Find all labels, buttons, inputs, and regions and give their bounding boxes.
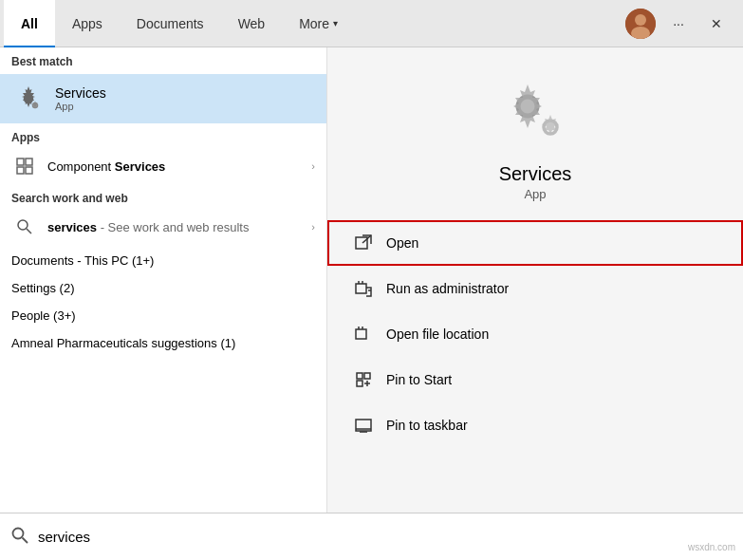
services-item-subtitle: App: [55, 101, 106, 112]
tab-more[interactable]: More ▾: [282, 0, 355, 47]
amneal-category[interactable]: Amneal Pharmaceuticals suggestions (1): [0, 329, 326, 357]
apps-section-label: Apps: [0, 125, 326, 146]
left-panel: Best match Services: [0, 47, 327, 513]
svg-point-1: [635, 14, 646, 26]
options-button[interactable]: ···: [663, 9, 694, 39]
tab-web[interactable]: Web: [221, 0, 283, 47]
component-services-label: Component Services: [47, 159, 311, 174]
tab-all[interactable]: All: [4, 0, 55, 47]
pin-start-icon: [352, 368, 375, 391]
options-icon: ···: [673, 16, 684, 31]
action-open-file[interactable]: Open file location: [327, 311, 743, 357]
close-icon: ✕: [711, 16, 722, 31]
avatar[interactable]: [625, 9, 656, 39]
services-item-text: Services App: [55, 85, 106, 112]
tab-more-label: More: [299, 16, 329, 31]
open-file-icon: [352, 323, 375, 345]
component-services-icon: [11, 153, 38, 179]
tab-all-label: All: [21, 16, 38, 31]
app-name: Services: [499, 163, 572, 185]
svg-rect-5: [17, 159, 24, 165]
nav-bar: All Apps Documents Web More ▾ ···: [0, 0, 743, 47]
best-match-item-services[interactable]: Services App: [0, 74, 326, 123]
tab-documents[interactable]: Documents: [120, 0, 221, 47]
app-type: App: [524, 187, 546, 201]
content-area: Best match Services: [0, 47, 743, 513]
settings-label: Settings (2): [11, 281, 74, 295]
people-category[interactable]: People (3+): [0, 302, 326, 329]
svg-rect-24: [357, 381, 362, 386]
component-services-item[interactable]: Component Services ›: [0, 146, 326, 186]
open-file-label: Open file location: [386, 327, 489, 342]
component-services-chevron: ›: [311, 160, 315, 172]
search-web-label: services - See work and web results: [47, 220, 311, 234]
tab-documents-label: Documents: [137, 16, 204, 31]
open-icon: [352, 232, 375, 254]
action-list: Open Run as administrator: [327, 220, 743, 448]
svg-point-9: [18, 220, 28, 230]
search-input[interactable]: [38, 529, 732, 545]
settings-category[interactable]: Settings (2): [0, 274, 326, 302]
action-run-admin[interactable]: Run as administrator: [327, 266, 743, 311]
action-pin-start[interactable]: Pin to Start: [327, 357, 743, 402]
svg-line-10: [27, 229, 31, 233]
tab-apps-label: Apps: [72, 16, 102, 31]
services-item-title: Services: [55, 85, 106, 101]
pin-start-label: Pin to Start: [386, 372, 452, 387]
run-admin-icon: [352, 277, 375, 300]
tab-web-label: Web: [238, 16, 266, 31]
search-web-icon: [11, 214, 38, 240]
services-app-icon: [11, 82, 46, 116]
svg-rect-6: [26, 159, 32, 165]
svg-rect-7: [17, 167, 24, 174]
documents-label: Documents - This PC (1+): [11, 253, 154, 268]
pin-taskbar-label: Pin to taskbar: [386, 418, 468, 433]
watermark: wsxdn.com: [688, 542, 735, 552]
svg-rect-13: [356, 237, 367, 249]
close-button[interactable]: ✕: [701, 9, 732, 39]
svg-line-31: [23, 537, 28, 543]
search-bar: [0, 513, 743, 560]
search-web-chevron: ›: [311, 221, 315, 233]
search-window: All Apps Documents Web More ▾ ···: [0, 0, 743, 560]
search-web-item[interactable]: services - See work and web results ›: [0, 207, 326, 247]
tab-apps[interactable]: Apps: [55, 0, 120, 47]
best-match-label: Best match: [0, 47, 326, 72]
right-panel: Services App Open: [327, 47, 743, 513]
app-icon-large: [497, 76, 573, 152]
search-icon-bottom: [11, 527, 28, 548]
svg-rect-15: [356, 284, 366, 293]
svg-rect-19: [356, 329, 366, 339]
svg-point-30: [13, 528, 24, 538]
open-label: Open: [386, 235, 418, 251]
pin-taskbar-icon: [352, 414, 375, 437]
action-open[interactable]: Open: [327, 220, 743, 266]
svg-rect-22: [357, 373, 362, 379]
svg-rect-8: [26, 167, 32, 174]
documents-category[interactable]: Documents - This PC (1+): [0, 247, 326, 274]
people-label: People (3+): [11, 308, 76, 323]
run-admin-label: Run as administrator: [386, 281, 509, 296]
svg-rect-23: [364, 373, 370, 379]
nav-right-controls: ··· ✕: [625, 9, 739, 39]
search-work-web-label: Search work and web: [0, 186, 326, 207]
amneal-label: Amneal Pharmaceuticals suggestions (1): [11, 336, 235, 350]
more-dropdown-icon: ▾: [333, 18, 338, 28]
action-pin-taskbar[interactable]: Pin to taskbar: [327, 402, 743, 448]
